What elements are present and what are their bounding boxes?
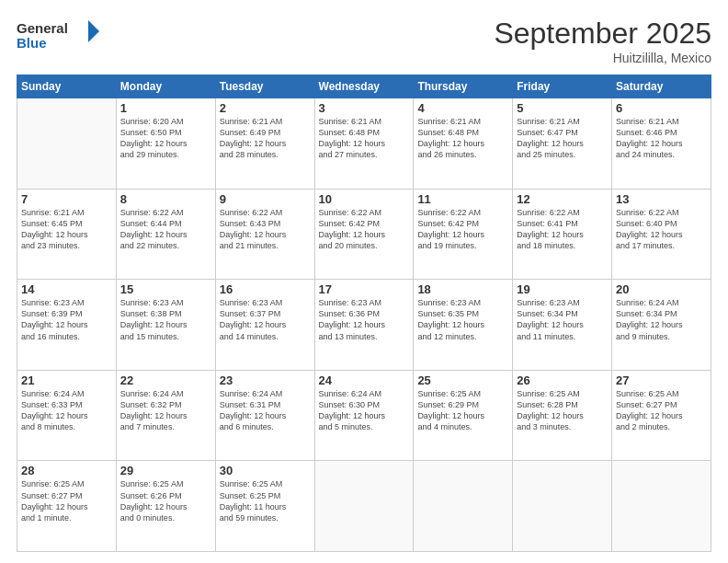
day-info: Sunrise: 6:23 AM Sunset: 6:34 PM Dayligh… — [517, 297, 608, 342]
calendar-cell: 29Sunrise: 6:25 AM Sunset: 6:26 PM Dayli… — [116, 461, 215, 552]
calendar-cell: 9Sunrise: 6:22 AM Sunset: 6:43 PM Daylig… — [215, 189, 314, 280]
day-info: Sunrise: 6:24 AM Sunset: 6:31 PM Dayligh… — [220, 388, 311, 433]
day-info: Sunrise: 6:25 AM Sunset: 6:27 PM Dayligh… — [616, 388, 707, 433]
day-info: Sunrise: 6:23 AM Sunset: 6:36 PM Dayligh… — [319, 297, 410, 342]
day-number: 11 — [417, 192, 508, 206]
day-info: Sunrise: 6:21 AM Sunset: 6:49 PM Dayligh… — [220, 116, 311, 161]
header: General Blue September 2025 Huitzililla,… — [17, 17, 711, 65]
day-info: Sunrise: 6:24 AM Sunset: 6:30 PM Dayligh… — [319, 388, 410, 433]
day-number: 24 — [319, 373, 410, 387]
day-info: Sunrise: 6:25 AM Sunset: 6:28 PM Dayligh… — [517, 388, 608, 433]
calendar-cell: 17Sunrise: 6:23 AM Sunset: 6:36 PM Dayli… — [314, 280, 414, 371]
day-info: Sunrise: 6:25 AM Sunset: 6:26 PM Dayligh… — [120, 478, 211, 523]
calendar-cell — [314, 461, 414, 552]
calendar-cell — [414, 461, 513, 552]
day-info: Sunrise: 6:22 AM Sunset: 6:41 PM Dayligh… — [517, 207, 608, 252]
day-number: 8 — [120, 192, 211, 206]
calendar-week-5: 28Sunrise: 6:25 AM Sunset: 6:27 PM Dayli… — [17, 461, 711, 552]
calendar-cell: 10Sunrise: 6:22 AM Sunset: 6:42 PM Dayli… — [314, 189, 414, 280]
day-info: Sunrise: 6:22 AM Sunset: 6:42 PM Dayligh… — [319, 207, 410, 252]
logo-area: General Blue — [17, 17, 99, 55]
calendar-cell: 21Sunrise: 6:24 AM Sunset: 6:33 PM Dayli… — [17, 370, 117, 461]
weekday-header-tuesday: Tuesday — [215, 75, 314, 98]
calendar-cell: 1Sunrise: 6:20 AM Sunset: 6:50 PM Daylig… — [116, 98, 215, 190]
day-number: 7 — [21, 192, 112, 206]
calendar-table: SundayMondayTuesdayWednesdayThursdayFrid… — [17, 75, 711, 552]
calendar-week-3: 14Sunrise: 6:23 AM Sunset: 6:39 PM Dayli… — [17, 280, 711, 371]
day-number: 6 — [616, 101, 707, 115]
day-info: Sunrise: 6:22 AM Sunset: 6:42 PM Dayligh… — [417, 207, 508, 252]
day-number: 19 — [517, 282, 608, 296]
calendar-cell: 12Sunrise: 6:22 AM Sunset: 6:41 PM Dayli… — [513, 189, 612, 280]
weekday-header-thursday: Thursday — [414, 75, 513, 98]
day-info: Sunrise: 6:23 AM Sunset: 6:38 PM Dayligh… — [120, 297, 211, 342]
svg-text:Blue: Blue — [17, 35, 47, 51]
day-info: Sunrise: 6:23 AM Sunset: 6:37 PM Dayligh… — [220, 297, 311, 342]
svg-text:General: General — [17, 20, 68, 36]
calendar-cell: 26Sunrise: 6:25 AM Sunset: 6:28 PM Dayli… — [513, 370, 612, 461]
day-number: 10 — [319, 192, 410, 206]
calendar-cell: 7Sunrise: 6:21 AM Sunset: 6:45 PM Daylig… — [17, 189, 117, 280]
calendar-cell: 13Sunrise: 6:22 AM Sunset: 6:40 PM Dayli… — [612, 189, 711, 280]
calendar-cell: 30Sunrise: 6:25 AM Sunset: 6:25 PM Dayli… — [215, 461, 314, 552]
weekday-row: SundayMondayTuesdayWednesdayThursdayFrid… — [17, 75, 711, 98]
day-number: 4 — [417, 101, 508, 115]
day-info: Sunrise: 6:25 AM Sunset: 6:25 PM Dayligh… — [220, 478, 311, 523]
calendar-cell: 20Sunrise: 6:24 AM Sunset: 6:34 PM Dayli… — [612, 280, 711, 371]
day-info: Sunrise: 6:25 AM Sunset: 6:29 PM Dayligh… — [417, 388, 508, 433]
calendar-cell: 5Sunrise: 6:21 AM Sunset: 6:47 PM Daylig… — [513, 98, 612, 190]
day-info: Sunrise: 6:23 AM Sunset: 6:35 PM Dayligh… — [417, 297, 508, 342]
day-info: Sunrise: 6:24 AM Sunset: 6:33 PM Dayligh… — [21, 388, 112, 433]
day-number: 29 — [120, 464, 211, 477]
day-info: Sunrise: 6:21 AM Sunset: 6:46 PM Dayligh… — [616, 116, 707, 161]
calendar-cell: 8Sunrise: 6:22 AM Sunset: 6:44 PM Daylig… — [116, 189, 215, 280]
calendar-cell: 15Sunrise: 6:23 AM Sunset: 6:38 PM Dayli… — [116, 280, 215, 371]
day-number: 16 — [220, 282, 311, 296]
calendar-page: General Blue September 2025 Huitzililla,… — [0, 0, 728, 563]
calendar-cell: 27Sunrise: 6:25 AM Sunset: 6:27 PM Dayli… — [612, 370, 711, 461]
month-title: September 2025 — [494, 17, 711, 51]
day-number: 15 — [120, 282, 211, 296]
calendar-cell — [612, 461, 711, 552]
calendar-week-4: 21Sunrise: 6:24 AM Sunset: 6:33 PM Dayli… — [17, 370, 711, 461]
calendar-cell: 6Sunrise: 6:21 AM Sunset: 6:46 PM Daylig… — [612, 98, 711, 190]
day-number: 13 — [616, 192, 707, 206]
calendar-cell: 4Sunrise: 6:21 AM Sunset: 6:48 PM Daylig… — [414, 98, 513, 190]
day-number: 2 — [220, 101, 311, 115]
calendar-cell: 14Sunrise: 6:23 AM Sunset: 6:39 PM Dayli… — [17, 280, 117, 371]
day-number: 30 — [220, 464, 311, 477]
day-info: Sunrise: 6:21 AM Sunset: 6:48 PM Dayligh… — [319, 116, 410, 161]
calendar-cell: 22Sunrise: 6:24 AM Sunset: 6:32 PM Dayli… — [116, 370, 215, 461]
day-number: 12 — [517, 192, 608, 206]
day-info: Sunrise: 6:21 AM Sunset: 6:47 PM Dayligh… — [517, 116, 608, 161]
day-info: Sunrise: 6:22 AM Sunset: 6:44 PM Dayligh… — [120, 207, 211, 252]
day-number: 18 — [417, 282, 508, 296]
day-number: 26 — [517, 373, 608, 387]
calendar-cell: 24Sunrise: 6:24 AM Sunset: 6:30 PM Dayli… — [314, 370, 414, 461]
day-info: Sunrise: 6:21 AM Sunset: 6:45 PM Dayligh… — [21, 207, 112, 252]
svg-marker-2 — [88, 20, 99, 42]
calendar-week-1: 1Sunrise: 6:20 AM Sunset: 6:50 PM Daylig… — [17, 98, 711, 190]
day-info: Sunrise: 6:21 AM Sunset: 6:48 PM Dayligh… — [417, 116, 508, 161]
day-info: Sunrise: 6:24 AM Sunset: 6:32 PM Dayligh… — [120, 388, 211, 433]
weekday-header-saturday: Saturday — [612, 75, 711, 98]
calendar-body: 1Sunrise: 6:20 AM Sunset: 6:50 PM Daylig… — [17, 98, 711, 552]
logo-svg: General Blue — [17, 17, 99, 55]
weekday-header-sunday: Sunday — [17, 75, 117, 98]
calendar-cell — [513, 461, 612, 552]
day-number: 23 — [220, 373, 311, 387]
day-number: 1 — [120, 101, 211, 115]
day-number: 17 — [319, 282, 410, 296]
day-number: 14 — [21, 282, 112, 296]
location-title: Huitzililla, Mexico — [494, 51, 711, 65]
weekday-header-monday: Monday — [116, 75, 215, 98]
day-info: Sunrise: 6:23 AM Sunset: 6:39 PM Dayligh… — [21, 297, 112, 342]
day-number: 22 — [120, 373, 211, 387]
day-number: 5 — [517, 101, 608, 115]
calendar-cell: 23Sunrise: 6:24 AM Sunset: 6:31 PM Dayli… — [215, 370, 314, 461]
calendar-cell: 3Sunrise: 6:21 AM Sunset: 6:48 PM Daylig… — [314, 98, 414, 190]
day-info: Sunrise: 6:20 AM Sunset: 6:50 PM Dayligh… — [120, 116, 211, 161]
calendar-week-2: 7Sunrise: 6:21 AM Sunset: 6:45 PM Daylig… — [17, 189, 711, 280]
calendar-cell — [17, 98, 117, 190]
day-number: 9 — [220, 192, 311, 206]
